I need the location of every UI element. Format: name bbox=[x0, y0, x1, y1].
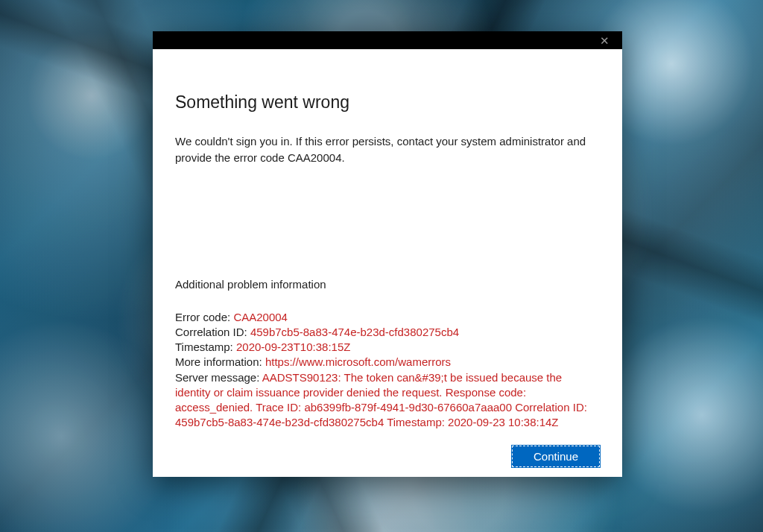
more-info-value[interactable]: https://www.microsoft.com/wamerrors bbox=[265, 355, 451, 368]
server-message-label: Server message: bbox=[175, 371, 262, 384]
correlation-id-row: Correlation ID: 459b7cb5-8a83-474e-b23d-… bbox=[175, 325, 600, 340]
timestamp-row: Timestamp: 2020-09-23T10:38:15Z bbox=[175, 340, 600, 355]
timestamp-label: Timestamp: bbox=[175, 341, 236, 353]
error-code-value: CAA20004 bbox=[233, 311, 288, 323]
additional-info-heading: Additional problem information bbox=[175, 278, 600, 291]
error-dialog: ✕ Something went wrong We couldn't sign … bbox=[153, 31, 622, 477]
dialog-titlebar: ✕ bbox=[153, 31, 622, 49]
correlation-id-label: Correlation ID: bbox=[175, 326, 250, 338]
dialog-content: Something went wrong We couldn't sign yo… bbox=[153, 49, 622, 446]
error-description: We couldn't sign you in. If this error p… bbox=[175, 133, 592, 166]
correlation-id-value: 459b7cb5-8a83-474e-b23d-cfd380275cb4 bbox=[250, 326, 459, 338]
close-icon[interactable]: ✕ bbox=[595, 31, 613, 49]
error-heading: Something went wrong bbox=[175, 92, 600, 113]
server-message-row: Server message: AADSTS90123: The token c… bbox=[175, 370, 600, 431]
error-code-row: Error code: CAA20004 bbox=[175, 310, 600, 325]
dialog-footer: Continue bbox=[153, 446, 622, 485]
continue-button[interactable]: Continue bbox=[512, 446, 600, 467]
more-info-label: More information: bbox=[175, 355, 265, 368]
timestamp-value: 2020-09-23T10:38:15Z bbox=[236, 341, 350, 353]
error-details: Error code: CAA20004 Correlation ID: 459… bbox=[175, 310, 600, 431]
error-code-label: Error code: bbox=[175, 311, 233, 323]
more-info-row: More information: https://www.microsoft.… bbox=[175, 355, 600, 370]
